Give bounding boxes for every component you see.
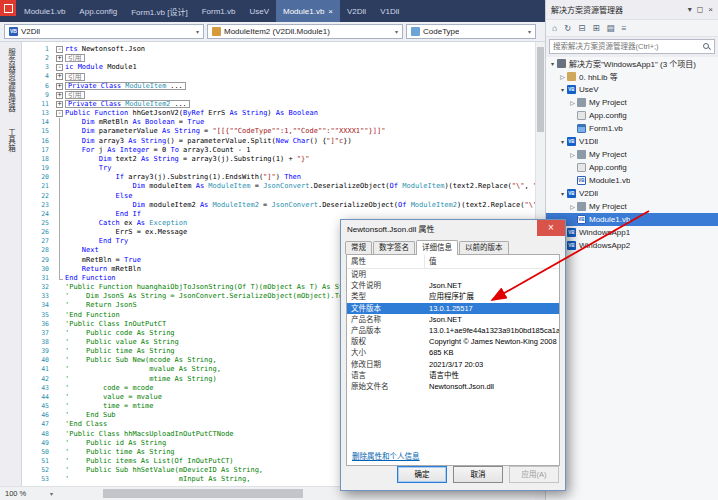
tree-item[interactable]: ▷VBWindowsApp2 [546, 239, 718, 252]
tree-expanded-arrow-icon[interactable]: ▾ [548, 60, 557, 67]
pending-changes-filter-icon[interactable]: ⊞ [592, 24, 599, 33]
document-tab[interactable]: Module1.vb× [276, 0, 340, 22]
line-number: 11 [22, 100, 54, 109]
document-tab[interactable]: Form1.vb [设计] [124, 0, 194, 22]
property-row[interactable]: 大小685 KB [347, 347, 559, 358]
zoom-level: 100 % [5, 489, 26, 498]
search-box[interactable] [549, 39, 715, 54]
tree-item[interactable]: VBModule1.vb [546, 213, 718, 226]
close-icon[interactable]: × [708, 6, 713, 14]
collapsed-region[interactable]: 引用 [65, 91, 85, 99]
tree-collapsed-arrow-icon[interactable]: ▷ [568, 99, 577, 106]
scrollbar-thumb[interactable] [537, 47, 544, 132]
remove-properties-link[interactable]: 删除属性和个人信息 [352, 450, 420, 461]
property-row[interactable]: 类型应用程序扩展 [347, 291, 559, 302]
scrollbar-thumb[interactable] [103, 489, 303, 498]
tree-item-label: Module1.vb [589, 176, 630, 185]
show-all-files-icon[interactable]: ▤ [607, 24, 615, 33]
property-row[interactable]: 语言语言中性 [347, 370, 559, 381]
document-tab[interactable]: UseV [242, 0, 276, 22]
line-number: 21 [22, 182, 54, 191]
outline-expand-icon[interactable]: + [56, 101, 63, 108]
tree-collapsed-arrow-icon[interactable]: ▷ [568, 203, 577, 210]
dialog-tab[interactable]: 详细信息 [416, 240, 458, 255]
tree-item[interactable]: ▷My Project [546, 96, 718, 109]
cancel-button[interactable]: 取消 [453, 466, 503, 483]
tree-item[interactable]: VBModule1.vb [546, 174, 718, 187]
properties-icon[interactable]: ≡ [622, 24, 627, 33]
ok-button[interactable]: 确定 [397, 466, 447, 483]
code-line: 1-rts Newtonsoft.Json [22, 45, 535, 54]
code-text: 引用 [65, 54, 535, 63]
property-row[interactable]: 产品名称Json.NET [347, 314, 559, 325]
document-tab[interactable]: V2Dll [340, 0, 373, 22]
tree-item[interactable]: ▾解决方案"WindowsApp1" (3 个项目) [546, 57, 718, 70]
sync-with-active-document-icon[interactable]: ↻ [564, 24, 571, 33]
type-dropdown[interactable]: ModuleItem2 (V2Dll.Module1) ▾ [207, 24, 403, 39]
property-row[interactable]: 修改日期2021/3/17 20:03 [347, 359, 559, 370]
tree-item[interactable]: Form1.vb [546, 122, 718, 135]
tree-collapsed-arrow-icon[interactable]: ▷ [558, 73, 567, 80]
tree-expanded-arrow-icon[interactable]: ▾ [558, 190, 567, 197]
line-number: 27 [22, 237, 54, 246]
panel-title-bar[interactable]: 解决方案资源管理器 ▾◻× [546, 0, 718, 19]
property-value [425, 269, 559, 280]
zoom-control[interactable]: 100 % ▾ [0, 486, 58, 500]
collapsed-region[interactable]: Private Class ModuleItem ... [65, 82, 186, 90]
dialog-tab[interactable]: 数字签名 [373, 241, 415, 254]
collapsed-region[interactable]: 引用 [65, 54, 85, 62]
outline-collapse-icon[interactable]: - [56, 64, 63, 71]
collapsed-region[interactable]: 引用 [65, 73, 85, 81]
dialog-close-button[interactable]: × [537, 220, 565, 236]
document-tab[interactable]: V1Dll [373, 0, 406, 22]
float-window-icon[interactable]: ◻ [697, 6, 704, 14]
outline-expand-icon[interactable]: + [56, 92, 63, 99]
property-row[interactable]: 版权Copyright © James Newton-King 2008 [347, 336, 559, 347]
outline-expand-icon[interactable]: + [56, 83, 63, 90]
tree-item[interactable]: ▾VBV2Dll [546, 187, 718, 200]
tree-item[interactable]: ▷VBWindowsApp1 [546, 226, 718, 239]
dialog-tab[interactable]: 常规 [345, 241, 372, 254]
property-row[interactable]: 文件说明Json.NET [347, 280, 559, 291]
outline-margin [54, 384, 65, 393]
tree-item[interactable]: ▷My Project [546, 148, 718, 161]
tree-item[interactable]: App.config [546, 161, 718, 174]
document-tab[interactable]: Form1.vb [195, 0, 243, 22]
tree-item[interactable]: ▷My Project [546, 200, 718, 213]
member-dropdown[interactable]: CodeType ▾ [406, 24, 536, 39]
search-input[interactable] [553, 42, 700, 51]
chevron-down-icon: ▾ [528, 28, 531, 35]
outline-guide [59, 137, 60, 146]
solution-icon [557, 59, 566, 68]
tree-item[interactable]: ▷0. hhLib 等 [546, 70, 718, 83]
project-dropdown[interactable]: VB V2Dll ▾ [4, 24, 204, 39]
tree-item-label: My Project [589, 202, 627, 211]
property-row[interactable]: 原始文件名Newtonsoft.Json.dll [347, 381, 559, 392]
document-tab[interactable]: Module1.vb [17, 0, 72, 22]
tree-expanded-arrow-icon[interactable]: ▾ [558, 138, 567, 145]
tool-window-tab[interactable]: 工具箱 [5, 128, 17, 152]
property-row[interactable]: 说明 [347, 269, 559, 280]
tree-item[interactable]: ▾VBUseV [546, 83, 718, 96]
home-icon[interactable]: ⌂ [552, 24, 557, 33]
dialog-title-bar[interactable]: Newtonsoft.Json.dll 属性 [341, 220, 565, 237]
outline-collapse-icon[interactable]: - [56, 110, 63, 117]
collapsed-region[interactable]: Private Class ModuleItem2 ... [65, 100, 190, 108]
close-icon[interactable]: × [328, 7, 333, 16]
tree-expanded-arrow-icon[interactable]: ▾ [558, 86, 567, 93]
collapse-all-icon[interactable]: ⊟ [578, 24, 585, 33]
property-row[interactable]: 文件版本13.0.1.25517 [347, 303, 559, 314]
tool-window-tab[interactable]: 服务器资源管理器 [5, 48, 17, 112]
tree-item[interactable]: ▾VBV1Dll [546, 135, 718, 148]
chevron-down-icon: ▾ [395, 28, 398, 35]
document-tab[interactable]: App.config [72, 0, 124, 22]
outline-collapse-icon[interactable]: - [56, 46, 63, 53]
dialog-tab[interactable]: 以前的版本 [459, 241, 509, 254]
tree-collapsed-arrow-icon[interactable]: ▷ [568, 151, 577, 158]
property-row[interactable]: 产品版本13.0.1+ae9fe44a1323a91b0bd185ca1a [347, 325, 559, 336]
chevron-down-icon[interactable]: ▾ [688, 6, 692, 14]
outline-expand-icon[interactable]: + [56, 73, 63, 80]
tree-item[interactable]: App.config [546, 109, 718, 122]
outline-guide [59, 237, 60, 246]
outline-expand-icon[interactable]: + [56, 55, 63, 62]
